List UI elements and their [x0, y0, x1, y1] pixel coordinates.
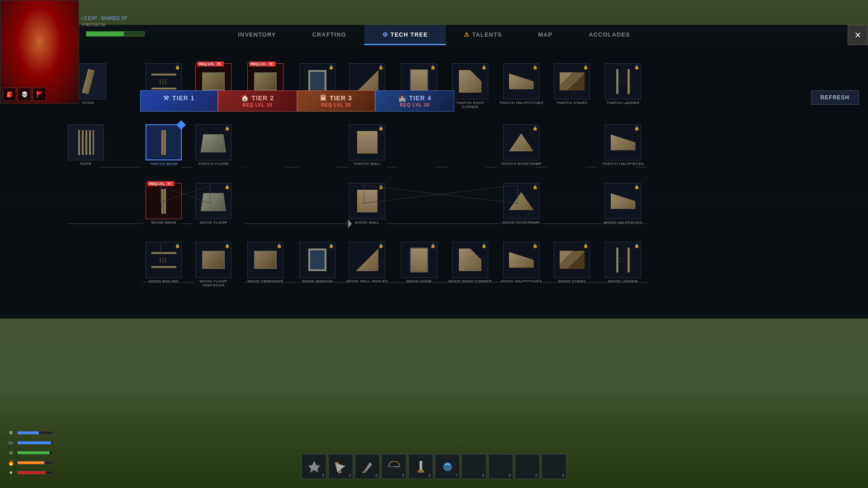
node-wood-wall-angled[interactable]: 🔒 WOOD WALL ANGLED	[344, 242, 390, 283]
node-wood-railing-box: 🔒	[146, 242, 182, 278]
xp-bar-fill	[86, 32, 124, 36]
tab-map[interactable]: MAP	[520, 25, 571, 45]
node-wood-halfpitches[interactable]: 🔒 WOOD HALFPITCHES	[499, 242, 544, 283]
hotbar-slot-8[interactable]: 8	[462, 454, 486, 479]
node-thatch-roof-ramp-label: THATCH ROOF/RAMP	[501, 162, 542, 166]
node-thatch-floor[interactable]: 🔒 THATCH FLOOR	[191, 124, 236, 166]
window-icon	[308, 70, 326, 93]
req-badge-2: REQ LVL 5	[249, 61, 276, 66]
corner-icon	[459, 70, 481, 93]
tier2-tab[interactable]: 🏠 TIER 2 REQ LVL 10	[218, 90, 297, 112]
node-wood-floor-trapdoor[interactable]: 🔒 WOOD FLOOR TRAPDOOR	[191, 242, 236, 287]
tab-tech-tree[interactable]: ⚙ TECH TREE	[364, 25, 446, 45]
tab-crafting[interactable]: CRAFTING	[294, 25, 364, 45]
o2-bar-row: O₂	[7, 439, 53, 447]
node-wood-stairs[interactable]: 🔒 WOOD STAIRS	[549, 242, 594, 283]
roof-icon	[509, 133, 534, 151]
webcam-overlay: 🎒 💀 🚩	[0, 0, 79, 104]
fire-bar-row: 🔥	[7, 459, 53, 467]
lock-icon-3: 🔒	[378, 65, 383, 70]
node-thatch-wall[interactable]: 🔒 THATCH WALL	[344, 124, 390, 166]
node-wood-door[interactable]: 🔒 WOOD DOOR	[396, 242, 442, 283]
node-wood-halfpieces[interactable]: 🔒 WOOD HALFPIECES	[600, 183, 646, 225]
hotbar-slot-4[interactable]: 4	[355, 454, 380, 479]
req-badge: REQ LVL 5	[197, 61, 224, 66]
node-wood-roof-ramp[interactable]: 🔒 WOOD ROOF/RAMP	[499, 183, 544, 225]
node-thatch-beam[interactable]: THATCH BEAM	[141, 124, 186, 166]
tab-inventory[interactable]: INVENTORY	[220, 25, 294, 45]
refresh-button[interactable]: REFRESH	[811, 90, 859, 105]
tier1-tab[interactable]: ⚒ TIER 1	[140, 90, 218, 112]
slot-4-number: 4	[375, 473, 377, 478]
hotbar-slot-2[interactable]: 2	[302, 454, 326, 479]
skull-bar-bg	[17, 451, 53, 455]
lock-icon-9: 🔒	[225, 126, 230, 131]
lock-icon-19: 🔒	[277, 244, 282, 248]
slot-2-number: 2	[322, 473, 324, 478]
xp-bar	[86, 31, 145, 37]
node-thatch-roof-ramp[interactable]: 🔒 THATCH ROOF/RAMP	[499, 124, 544, 166]
node-wood-ladder-label: WOOD LADDER	[608, 279, 638, 283]
hotbar-slot-0[interactable]: 0	[515, 454, 540, 479]
slot-3-icon	[333, 459, 349, 474]
hotbar-slot-9[interactable]: 9	[488, 454, 513, 479]
beam-icon	[161, 130, 166, 155]
node-wood-roof-corner[interactable]: 🔒 WOOD ROOF CORNER	[448, 242, 493, 283]
node-wood-halfpitches-label: WOOD HALFPITCHES	[500, 279, 542, 283]
node-wood-halfpitches-box: 🔒	[503, 242, 539, 278]
wall2-icon	[357, 190, 377, 212]
node-thatch-halfpieces[interactable]: 🔒 THATCH HALFPIECES	[600, 124, 646, 166]
close-button[interactable]: ✕	[848, 25, 868, 45]
node-thatch-halfpieces-box: 🔒	[605, 124, 641, 160]
ladder2-icon	[616, 248, 630, 272]
skull-icon: 💀	[18, 88, 31, 101]
node-wood-beam[interactable]: REQ LVL 8 WOOD BEAM	[141, 183, 186, 225]
svg-marker-39	[308, 461, 320, 473]
slot-7-icon	[439, 459, 455, 474]
halfpitch2-icon	[611, 135, 636, 150]
hotbar-slot-3[interactable]: 3	[328, 454, 353, 479]
rope-icon	[78, 130, 94, 155]
node-wood-floor[interactable]: 🔒 WOOD FLOOR	[191, 183, 236, 225]
tier3-tab[interactable]: 🏛 TIER 3 REQ LVL 20	[297, 90, 375, 112]
slot-2-icon	[306, 459, 322, 474]
node-thatch-halfpitches[interactable]: 🔒 THATCH HALFPITCHES	[499, 63, 544, 105]
hotbar-slot-g[interactable]: 6	[542, 454, 566, 479]
node-wood-trapdoor-label: WOOD TRAPDOOR	[247, 279, 283, 283]
lock-icon-4: 🔒	[430, 65, 435, 70]
node-thatch-wall-box: 🔒	[349, 124, 385, 160]
fire-bar-bg	[17, 461, 53, 465]
node-thatch-roof-ramp-box: 🔒	[503, 124, 539, 160]
skull-status-icon: ☠	[7, 449, 15, 457]
svg-rect-46	[418, 470, 424, 473]
o2-bar-bg	[17, 441, 53, 445]
hotbar-slot-6[interactable]: 6	[408, 454, 433, 479]
node-wood-wall[interactable]: 🔒 WOOD WALL	[344, 183, 390, 225]
node-wood-door-box: 🔒	[401, 242, 437, 278]
stairs2-icon	[560, 251, 585, 269]
node-thatch-halfpieces-label: THATCH HALFPIECES	[602, 162, 644, 166]
lock-icon-7: 🔒	[583, 65, 588, 70]
node-thatch-stairs[interactable]: 🔒 THATCH STAIRS	[549, 63, 594, 105]
hotbar-slot-5[interactable]: 5	[382, 454, 406, 479]
wall-icon	[357, 131, 377, 154]
trapdoor2-icon	[254, 72, 277, 90]
hotbar-slot-7[interactable]: 7	[435, 454, 460, 479]
lock-icon-21: 🔒	[378, 244, 383, 248]
tab-talents[interactable]: ⚠ TALENTS	[446, 25, 520, 45]
tech-tree-area: ⚒ TIER 1 🏠 TIER 2 REQ LVL 10 🏛 TIER 3 RE…	[0, 45, 868, 319]
node-wood-ladder[interactable]: 🔒 WOOD LADDER	[600, 242, 646, 283]
tab-accolades[interactable]: ACCOLADES	[571, 25, 648, 45]
node-wood-window[interactable]: 🔒 WOOD WINDOW	[295, 242, 340, 283]
node-thatch-floor-box: 🔒	[195, 124, 231, 160]
node-wood-trapdoor[interactable]: 🔒 WOOD TRAPDOOR	[243, 242, 288, 283]
node-thatch-ladder[interactable]: 🔒 THATCH LADDER	[600, 63, 646, 105]
node-thatch-halfpitches-label: THATCH HALFPITCHES	[499, 101, 543, 105]
beam2-icon	[161, 189, 166, 214]
node-rope[interactable]: ROPE	[63, 124, 108, 166]
node-wood-railing[interactable]: 🔒 WOOD RAILING	[141, 242, 186, 283]
tier4-tab[interactable]: 🏰 TIER 4 REQ LVL 30	[375, 90, 455, 112]
halfpitch4-icon	[509, 252, 534, 268]
tier4-req: REQ LVL 30	[400, 103, 429, 108]
node-wood-ladder-box: 🔒	[605, 242, 641, 278]
